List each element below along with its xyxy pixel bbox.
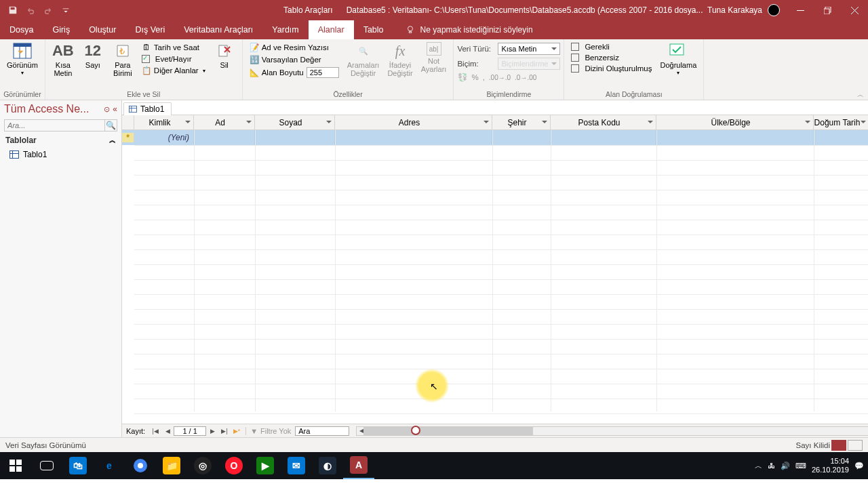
- datasheet-body[interactable]: * (Yeni) ↖: [122, 130, 868, 424]
- window-restore[interactable]: [814, 0, 841, 20]
- indexed-checkbox[interactable]: Dizini Oluşturulmuş: [568, 64, 654, 73]
- tab-table[interactable]: Tablo: [354, 20, 393, 39]
- currency-button[interactable]: ₺ Para Birimi: [108, 41, 138, 79]
- more-fields-button[interactable]: 📋Diğer Alanlar▾: [139, 65, 208, 76]
- list-icon: 📋: [142, 66, 151, 75]
- volume-icon[interactable]: 🔊: [781, 462, 790, 470]
- datatype-combo[interactable]: Kısa Metin: [498, 43, 560, 55]
- media-button[interactable]: ▶: [250, 452, 281, 479]
- number-button[interactable]: 12 Sayı: [78, 41, 108, 70]
- collapse-group-icon[interactable]: ︽: [109, 136, 116, 145]
- nav-search[interactable]: 🔍: [4, 119, 117, 131]
- tab-help[interactable]: Yardım: [262, 20, 308, 39]
- nav-header[interactable]: Tüm Access Ne... ⊙ «: [0, 100, 121, 118]
- clock[interactable]: 15:04 26.10.2019: [812, 457, 849, 474]
- column-header[interactable]: Kimlik: [134, 115, 194, 129]
- decrease-decimal-icon: .0→.00: [515, 74, 536, 81]
- recnav-next[interactable]: ▶: [206, 425, 218, 437]
- memo-settings-button: ab| Not Ayarları: [417, 41, 451, 75]
- tray-expand-icon[interactable]: ︿: [755, 461, 762, 471]
- scroll-thumb[interactable]: [363, 427, 533, 435]
- tab-home[interactable]: Giriş: [43, 20, 79, 39]
- design-view-button[interactable]: [848, 440, 863, 451]
- document-tab[interactable]: Tablo1: [123, 102, 172, 115]
- delete-field-button[interactable]: Sil: [210, 41, 239, 70]
- start-button[interactable]: [0, 452, 31, 479]
- column-header[interactable]: Adres: [335, 115, 492, 129]
- recnav-position[interactable]: 1 / 1: [174, 426, 206, 436]
- short-text-button[interactable]: AB Kısa Metin: [48, 41, 78, 79]
- validation-icon: [667, 42, 689, 60]
- nav-group-tables[interactable]: Tablolar ︽: [0, 133, 121, 148]
- taskview-button[interactable]: [31, 452, 62, 479]
- language-icon[interactable]: ⌨: [795, 462, 806, 470]
- lightbulb-icon: [406, 25, 415, 35]
- tab-database-tools[interactable]: Veritabanı Araçları: [174, 20, 262, 39]
- nav-search-input[interactable]: [5, 120, 104, 131]
- datetime-button[interactable]: 🗓Tarih ve Saat: [139, 42, 208, 53]
- field-size-input[interactable]: 255: [307, 67, 339, 78]
- collapse-ribbon-button[interactable]: ︿: [857, 90, 864, 100]
- currency-format-icon: 💱: [458, 73, 467, 82]
- edge-button[interactable]: e: [94, 452, 125, 479]
- text-icon: AB: [52, 42, 74, 60]
- column-header[interactable]: Doğum Tarih: [814, 115, 868, 129]
- qat-customize-button[interactable]: [58, 3, 73, 18]
- access-button[interactable]: A: [343, 452, 374, 479]
- explorer-button[interactable]: 📁: [156, 452, 187, 479]
- notifications-icon[interactable]: 💬: [854, 462, 864, 470]
- tell-me[interactable]: Ne yapmak istediğinizi söyleyin: [393, 20, 533, 39]
- recnav-label: Kayıt:: [122, 427, 149, 435]
- select-all-cell[interactable]: [122, 115, 134, 129]
- recnav-prev[interactable]: ◀: [161, 425, 174, 437]
- system-tray[interactable]: ︿ 🖧 🔊 ⌨ 15:04 26.10.2019 💬: [755, 457, 868, 474]
- column-headers: KimlikAdSoyadAdresŞehirPosta KoduÜlke/Bö…: [122, 115, 868, 130]
- name-caption-button[interactable]: 📝Ad ve Resim Yazısı: [247, 42, 342, 53]
- default-value-button[interactable]: 🔢Varsayılan Değer: [247, 54, 342, 65]
- yesno-button[interactable]: Evet/Hayır: [139, 54, 208, 64]
- recnav-search[interactable]: [295, 426, 349, 436]
- column-header[interactable]: Ülke/Bölge: [656, 115, 814, 129]
- svg-rect-13: [16, 460, 22, 465]
- unique-checkbox[interactable]: Benzersiz: [568, 53, 654, 62]
- tab-create[interactable]: Oluştur: [79, 20, 125, 39]
- required-checkbox[interactable]: Gerekli: [568, 42, 654, 52]
- user-panel[interactable]: Tuna Karakaya: [707, 4, 787, 16]
- recnav-new[interactable]: ▶*: [231, 425, 243, 437]
- redo-button[interactable]: [41, 3, 56, 18]
- save-button[interactable]: [5, 3, 20, 18]
- chrome-button[interactable]: [125, 452, 156, 479]
- obs-button[interactable]: ◎: [187, 452, 218, 479]
- datasheet-view-button[interactable]: [831, 440, 846, 451]
- network-icon[interactable]: 🖧: [768, 462, 775, 470]
- checkbox-icon: [571, 54, 579, 62]
- status-numlock: Sayı Kilidi: [796, 441, 831, 449]
- tab-external-data[interactable]: Dış Veri: [125, 20, 174, 39]
- window-close[interactable]: [841, 0, 868, 20]
- recnav-first[interactable]: |◀: [149, 425, 161, 437]
- tab-fields[interactable]: Alanlar: [309, 20, 354, 39]
- horizontal-scrollbar[interactable]: ◀ ▶: [356, 426, 868, 436]
- view-button[interactable]: Görünüm ▾: [3, 41, 42, 78]
- search-icon[interactable]: 🔍: [104, 120, 117, 131]
- column-header[interactable]: Posta Kodu: [551, 115, 656, 129]
- taskbar: 🛍 e 📁 ◎ O ▶ ✉ ◐ A ︿ 🖧 🔊 ⌨ 15:04 26.10.20…: [0, 452, 868, 479]
- undo-button[interactable]: [23, 3, 38, 18]
- status-view-mode: Veri Sayfası Görünümü: [5, 441, 86, 449]
- mail-button[interactable]: ✉: [281, 452, 312, 479]
- recnav-filter[interactable]: ▼Filtre Yok: [245, 427, 295, 435]
- column-header[interactable]: Ad: [194, 115, 255, 129]
- steam-button[interactable]: ◐: [312, 452, 343, 479]
- nav-collapse-icon[interactable]: «: [113, 104, 117, 114]
- tab-file[interactable]: Dosya: [0, 20, 43, 39]
- nav-table-item[interactable]: Tablo1: [0, 148, 121, 161]
- column-header[interactable]: Soyad: [255, 115, 335, 129]
- validation-button[interactable]: Doğrulama ▾: [656, 41, 701, 78]
- store-button[interactable]: 🛍: [62, 452, 94, 479]
- window-minimize[interactable]: [787, 0, 814, 20]
- column-header[interactable]: Şehir: [492, 115, 551, 129]
- recnav-last[interactable]: ▶|: [218, 425, 231, 437]
- workspace: Tüm Access Ne... ⊙ « 🔍 Tablolar ︽ Tablo1…: [0, 100, 868, 437]
- opera-button[interactable]: O: [218, 452, 250, 479]
- nav-filter-icon[interactable]: ⊙: [104, 105, 110, 114]
